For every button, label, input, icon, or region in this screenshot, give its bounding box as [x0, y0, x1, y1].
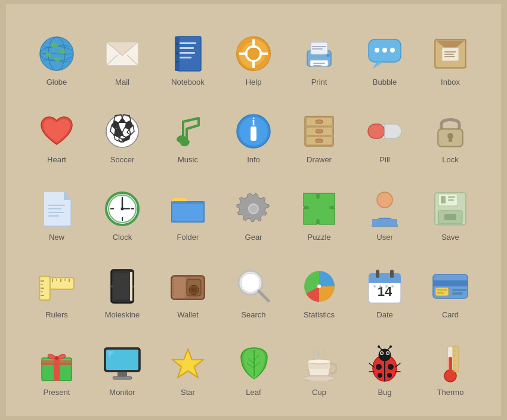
svg-line-140 — [259, 291, 268, 301]
svg-point-38 — [390, 48, 395, 52]
svg-rect-128 — [130, 272, 132, 301]
icon-music[interactable]: Music — [155, 94, 221, 171]
drawer-label: Drawer — [307, 155, 332, 164]
icon-drawer[interactable]: Drawer — [286, 94, 352, 171]
icon-bug[interactable]: Bug — [352, 326, 418, 404]
svg-rect-73 — [368, 124, 385, 138]
puzzle-label: Puzzle — [307, 233, 330, 242]
icon-soccer[interactable]: Soccer — [89, 94, 155, 171]
svg-rect-95 — [172, 202, 204, 222]
icon-star[interactable]: Star — [155, 326, 221, 404]
gear-label: Gear — [245, 233, 262, 242]
icon-leaf[interactable]: Leaf — [221, 326, 286, 404]
pill-label: Pill — [379, 155, 389, 164]
svg-rect-105 — [448, 196, 455, 198]
icon-card[interactable]: Card — [418, 249, 483, 326]
svg-rect-167 — [118, 372, 127, 376]
icon-pill[interactable]: Pill — [352, 94, 418, 171]
folder-label: Folder — [177, 233, 199, 242]
icon-wallet[interactable]: Wallet — [155, 249, 221, 326]
globe-label: Globe — [47, 78, 67, 87]
svg-rect-96 — [172, 202, 204, 204]
svg-rect-84 — [48, 215, 59, 217]
svg-rect-147 — [390, 270, 394, 278]
svg-rect-127 — [113, 273, 131, 299]
svg-rect-67 — [316, 120, 323, 123]
svg-rect-13 — [180, 57, 191, 58]
icon-heart[interactable]: Heart — [24, 94, 89, 171]
svg-rect-168 — [113, 376, 132, 379]
svg-rect-200 — [453, 346, 459, 372]
icon-moleskine[interactable]: Moleskine — [89, 249, 155, 326]
notebook-label: Notebook — [171, 78, 205, 87]
icon-inbox[interactable]: Inbox — [418, 16, 483, 94]
svg-rect-154 — [433, 280, 468, 286]
icon-monitor[interactable]: Monitor — [89, 326, 155, 404]
svg-marker-35 — [372, 62, 383, 69]
icon-cup[interactable]: Cup — [286, 326, 352, 404]
svg-point-142 — [317, 285, 321, 288]
icon-rulers[interactable]: Rulers — [24, 249, 89, 326]
star-label: Star — [181, 388, 195, 397]
icon-thermo[interactable]: Thermo — [418, 326, 483, 404]
svg-rect-136 — [172, 277, 186, 298]
svg-rect-71 — [316, 139, 323, 143]
icon-print[interactable]: Print — [286, 16, 352, 94]
svg-point-16 — [176, 61, 178, 63]
svg-text:i: i — [252, 116, 255, 128]
svg-rect-63 — [251, 129, 256, 141]
icon-statistics[interactable]: Statistics — [286, 249, 352, 326]
icon-folder[interactable]: Folder — [155, 171, 221, 249]
svg-point-180 — [376, 364, 382, 370]
new-label: New — [49, 233, 64, 242]
svg-rect-31 — [313, 65, 321, 66]
icon-search[interactable]: Search — [221, 249, 286, 326]
icon-user[interactable]: User — [352, 171, 418, 249]
svg-rect-33 — [312, 48, 323, 50]
icon-date[interactable]: 14 Date — [352, 249, 418, 326]
svg-rect-42 — [444, 51, 456, 52]
rulers-label: Rulers — [45, 310, 68, 319]
icon-notebook[interactable]: Notebook — [155, 16, 221, 94]
help-label: Help — [246, 78, 262, 87]
svg-rect-12 — [180, 52, 195, 54]
user-label: User — [376, 233, 392, 242]
icon-globe[interactable]: Globe — [24, 16, 89, 94]
svg-rect-159 — [452, 292, 463, 295]
icon-clock[interactable]: Clock — [89, 171, 155, 249]
svg-point-172 — [307, 359, 331, 364]
svg-rect-156 — [437, 289, 447, 291]
icon-gear[interactable]: Gear — [221, 171, 286, 249]
date-label: Date — [376, 310, 392, 319]
icon-info[interactable]: i Info — [221, 94, 286, 171]
svg-rect-104 — [441, 196, 446, 203]
svg-point-14 — [176, 43, 178, 45]
monitor-label: Monitor — [109, 388, 135, 397]
svg-rect-163 — [42, 360, 72, 365]
icon-mail[interactable]: Mail — [89, 16, 155, 94]
icon-lock[interactable]: Lock — [418, 94, 483, 171]
svg-rect-43 — [444, 54, 454, 55]
svg-rect-106 — [448, 199, 454, 201]
lock-label: Lock — [442, 155, 458, 164]
bubble-label: Bubble — [373, 78, 397, 87]
cup-label: Cup — [312, 388, 326, 397]
icon-bubble[interactable]: Bubble — [352, 16, 418, 94]
icon-puzzle[interactable]: Puzzle — [286, 171, 352, 249]
svg-point-149 — [373, 285, 376, 288]
svg-rect-158 — [452, 289, 466, 291]
svg-point-98 — [249, 205, 258, 213]
icon-grid: Globe Mail — [6, 4, 501, 416]
icon-new[interactable]: New — [24, 171, 89, 249]
svg-point-135 — [191, 287, 197, 293]
icon-save[interactable]: Save — [418, 171, 483, 249]
search-label: Search — [241, 310, 265, 319]
svg-point-21 — [248, 48, 259, 60]
svg-rect-30 — [313, 63, 325, 64]
svg-point-99 — [377, 192, 392, 208]
svg-rect-146 — [376, 270, 379, 278]
icon-help[interactable]: Help — [221, 16, 286, 94]
svg-point-36 — [375, 48, 379, 52]
svg-point-187 — [389, 345, 392, 348]
icon-present[interactable]: Present — [24, 326, 89, 404]
